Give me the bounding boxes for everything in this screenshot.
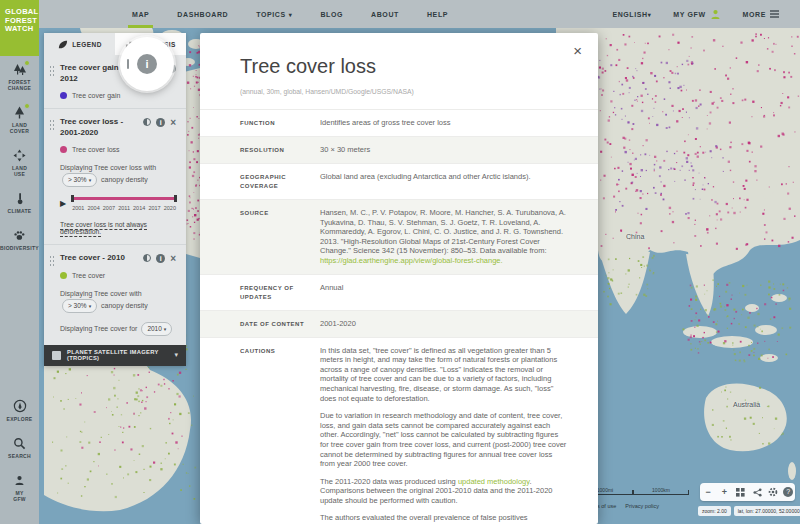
close-icon[interactable]: × [573, 43, 582, 58]
zoom-out-icon[interactable]: − [702, 487, 715, 497]
notification-dot [24, 60, 30, 66]
metadata-paragraph: The 2011-2020 data was produced using up… [320, 477, 568, 506]
info-icon[interactable]: i [156, 118, 165, 127]
sidebar-item-land-cover[interactable]: LANDCOVER [0, 105, 39, 134]
sidebar-bottom-group: EXPLORESEARCHMYGFW [0, 399, 39, 516]
metadata-paragraph: 2001-2020 [320, 319, 568, 329]
layer-header: Tree cover - 2010i× [60, 253, 176, 264]
planet-imagery-checkbox[interactable] [52, 351, 61, 360]
sidebar-item-my-gfw[interactable]: MYGFW [0, 473, 39, 502]
chevron-down-icon[interactable]: ▾ [174, 351, 178, 359]
metadata-row: RESOLUTION30 × 30 meters [200, 136, 598, 163]
close-layer-icon[interactable]: × [170, 118, 176, 127]
legend-key: Tree cover [60, 272, 176, 279]
metadata-row-value: 2001-2020 [320, 319, 568, 329]
timeline-year: 2001 [72, 205, 84, 211]
nav-item-topics[interactable]: TOPICS▾ [242, 0, 306, 28]
timeline-year: 2020 [164, 205, 176, 211]
metadata-row: FUNCTIONIdentifies areas of gross tree c… [200, 109, 598, 136]
canopy-density-line: Displaying Tree cover with > 30%▾ canopy… [60, 288, 176, 313]
metadata-paragraph: Annual [320, 283, 568, 293]
info-icon[interactable]: i [156, 254, 165, 263]
sidebar-item-climate[interactable]: CLIMATE [0, 191, 39, 214]
thermometer-icon [13, 191, 27, 205]
sidebar-item-biodiversity[interactable]: BIODIVERSITY [0, 228, 39, 251]
tab-legend[interactable]: LEGEND [44, 33, 115, 55]
sidebar-item-land-use[interactable]: LANDUSE [0, 148, 39, 177]
legend-key-label: Tree cover [72, 272, 105, 279]
layer-title: Tree cover - 2010 [60, 253, 143, 264]
play-icon[interactable]: ▶ [60, 200, 66, 208]
opacity-icon[interactable] [127, 59, 129, 69]
metadata-row: FREQUENCY OF UPDATESAnnual [200, 274, 598, 310]
metadata-paragraph: Hansen, M. C., P. V. Potapov, R. Moore, … [320, 208, 568, 266]
metadata-link[interactable]: https://glad.earthengine.app/view/global… [320, 256, 503, 265]
canopy-density-select[interactable]: > 30%▾ [62, 173, 97, 187]
chevron-down-icon: ▾ [89, 177, 92, 183]
land-use-icon [13, 148, 27, 162]
timeline-years: 2001200420072011201420172020 [72, 205, 176, 211]
nav-item-more[interactable]: MORE [732, 0, 790, 28]
canopy-density-select[interactable]: > 30%▾ [62, 299, 97, 313]
metadata-row: DATE OF CONTENT2001-2020 [200, 310, 598, 337]
sidebar-item-explore[interactable]: EXPLORE [0, 399, 39, 422]
metadata-row: GEOGRAPHIC COVERAGEGlobal land area (exc… [200, 163, 598, 199]
legend-key: Tree cover loss [60, 146, 176, 153]
chevron-down-icon: ▾ [648, 11, 652, 18]
metadata-row-label: SOURCE [240, 208, 306, 266]
drag-handle-icon[interactable] [49, 65, 54, 76]
sidebar-item-label: BIODIVERSITY [0, 245, 39, 251]
sidebar-item-label: SEARCH [8, 453, 31, 459]
year-select[interactable]: 2010▾ [141, 322, 172, 336]
metadata-row: CAUTIONSIn this data set, "tree cover" i… [200, 337, 598, 524]
drag-handle-icon[interactable] [49, 255, 54, 266]
sidebar-item-search[interactable]: SEARCH [0, 436, 39, 459]
nav-item-my-gfw[interactable]: MY GFW [662, 0, 731, 28]
layer-info-icon[interactable]: i [137, 54, 157, 74]
nav-item-dashboard[interactable]: DASHBOARD [163, 0, 242, 28]
sidebar-item-forest-change[interactable]: FORESTCHANGE [0, 62, 39, 91]
timeline-year: 2014 [133, 205, 145, 211]
opacity-icon[interactable] [143, 254, 151, 262]
modal-subtitle: (annual, 30m, global, Hansen/UMD/Google/… [240, 88, 568, 95]
help-icon[interactable]: ? [783, 487, 793, 497]
opacity-icon[interactable] [143, 118, 151, 126]
planet-imagery-label: PLANET SATELLITE IMAGERY (TROPICS) [67, 349, 168, 361]
map-controls-toolbar: −+? [700, 483, 795, 501]
logo-line: WATCH [5, 25, 39, 34]
layer-tools: i× [143, 118, 176, 127]
planet-imagery-bar[interactable]: PLANET SATELLITE IMAGERY (TROPICS) ▾ [44, 345, 186, 366]
nav-item-map[interactable]: MAP [118, 0, 163, 28]
basemap-icon[interactable] [734, 488, 747, 497]
settings-icon[interactable] [767, 487, 780, 497]
timeline-year: 2007 [103, 205, 115, 211]
nav-item-blog[interactable]: BLOG [306, 0, 357, 28]
sidebar-item-label: FORESTCHANGE [8, 79, 31, 91]
scale-km: 1000km [633, 487, 689, 495]
drag-handle-icon[interactable] [49, 119, 54, 130]
metadata-row-label: CAUTIONS [240, 346, 306, 524]
close-layer-icon[interactable]: × [170, 254, 176, 263]
layer-title: Tree cover loss - 2001-2020 [60, 117, 143, 138]
timeline-slider[interactable] [72, 197, 176, 200]
metadata-link[interactable]: updated methodology [458, 477, 530, 486]
person-icon [706, 9, 721, 20]
sidebar-item-label: LANDUSE [12, 165, 27, 177]
layer-header: Tree cover loss - 2001-2020i× [60, 117, 176, 138]
paw-icon [13, 228, 27, 242]
tutorial-spotlight: i [120, 37, 174, 91]
attribution-link[interactable]: Privacy policy [625, 503, 659, 509]
sidebar-item-label: LANDCOVER [10, 122, 29, 134]
metadata-row-value: In this data set, "tree cover" is define… [320, 346, 568, 524]
nav-item-about[interactable]: ABOUT [357, 0, 413, 28]
nav-item-help[interactable]: HELP [413, 0, 462, 28]
gfw-logo[interactable]: GLOBAL FOREST WATCH [0, 0, 39, 56]
secondary-nav: ENGLISH▾MY GFWMORE [601, 0, 790, 28]
map-label-australia: Australia [733, 401, 760, 408]
chevron-down-icon: ▾ [164, 326, 167, 332]
zoom-in-icon[interactable]: + [718, 487, 731, 497]
nav-item-english[interactable]: ENGLISH▾ [601, 0, 662, 28]
compass-icon [13, 399, 27, 413]
layer-note-link[interactable]: Tree cover loss is not always deforestat… [60, 221, 176, 235]
share-icon[interactable] [751, 488, 764, 497]
